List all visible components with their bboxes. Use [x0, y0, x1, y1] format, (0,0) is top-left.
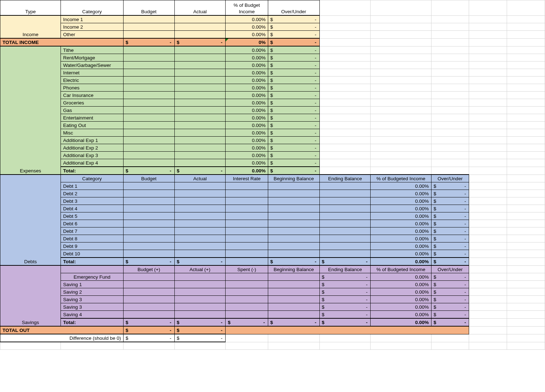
debt-pct[interactable]: 0.00%: [371, 242, 431, 250]
sav-budget[interactable]: [123, 288, 174, 296]
expense-pct[interactable]: 0.00%: [226, 107, 268, 114]
empty-cell[interactable]: [431, 54, 469, 62]
empty-cell[interactable]: [431, 144, 469, 152]
empty-cell[interactable]: [469, 235, 507, 242]
empty-cell[interactable]: [507, 212, 545, 220]
empty-cell[interactable]: [469, 190, 507, 197]
empty-cell[interactable]: [226, 342, 268, 350]
income-overunder[interactable]: $-: [268, 23, 319, 31]
money-cell[interactable]: $-: [174, 326, 226, 334]
debt-interest[interactable]: [226, 235, 268, 242]
empty-cell[interactable]: [371, 15, 431, 23]
debt-hdr-pct[interactable]: % of Budgeted Income: [371, 175, 431, 182]
expense-actual[interactable]: [174, 129, 226, 137]
sav-category[interactable]: Saving 3: [61, 296, 124, 303]
empty-cell[interactable]: [469, 220, 507, 227]
empty-cell[interactable]: [469, 167, 507, 175]
empty-cell[interactable]: [507, 129, 545, 137]
empty-cell[interactable]: [319, 92, 371, 99]
expense-budget[interactable]: [123, 62, 174, 69]
debt-category[interactable]: Debt 10: [61, 250, 124, 258]
expense-budget[interactable]: [123, 84, 174, 92]
income-pct[interactable]: 0.00%: [226, 31, 268, 39]
empty-cell[interactable]: [507, 92, 545, 99]
sav-total-label[interactable]: Total:: [61, 318, 124, 326]
money-cell[interactable]: $-: [268, 152, 319, 159]
difference-label[interactable]: Difference (should be 0): [0, 334, 124, 342]
income-budget[interactable]: [123, 31, 174, 39]
empty-cell[interactable]: [507, 318, 545, 326]
empty-cell[interactable]: [469, 296, 507, 303]
debt-budget[interactable]: [123, 212, 174, 220]
income-actual[interactable]: [174, 15, 226, 23]
col-overunder[interactable]: Over/Under: [268, 0, 319, 16]
expense-pct[interactable]: 0.00%: [226, 92, 268, 99]
money-cell[interactable]: $-: [268, 159, 319, 167]
empty-cell[interactable]: [431, 334, 469, 342]
sav-category[interactable]: Saving 1: [61, 281, 124, 288]
sav-spent[interactable]: [226, 311, 268, 319]
empty-cell[interactable]: [507, 235, 545, 242]
sav-begin[interactable]: [268, 288, 319, 296]
money-cell[interactable]: $-: [174, 318, 226, 326]
debt-category[interactable]: Debt 6: [61, 220, 124, 227]
empty-cell[interactable]: [469, 77, 507, 84]
empty-cell[interactable]: [371, 114, 431, 122]
income-category[interactable]: Income 1: [61, 15, 124, 23]
empty-cell[interactable]: [507, 273, 545, 281]
money-cell[interactable]: $-: [268, 258, 319, 265]
debt-end[interactable]: [319, 205, 371, 212]
expense-category[interactable]: Eating Out: [61, 122, 124, 129]
income-overunder[interactable]: $-: [268, 31, 319, 39]
empty-cell[interactable]: [507, 144, 545, 152]
expense-pct[interactable]: 0.00%: [226, 62, 268, 69]
empty-cell[interactable]: [431, 84, 469, 92]
debt-hdr-interest[interactable]: Interest Rate: [226, 175, 268, 182]
empty-cell[interactable]: [507, 84, 545, 92]
money-cell[interactable]: $-: [319, 258, 371, 265]
empty-cell[interactable]: [469, 281, 507, 288]
sav-spent[interactable]: [226, 296, 268, 303]
sav-hdr-pct[interactable]: % of Budgeted Income: [371, 265, 431, 273]
empty-cell[interactable]: [469, 273, 507, 281]
col-type[interactable]: Type: [0, 0, 61, 16]
empty-cell[interactable]: [507, 69, 545, 77]
empty-cell[interactable]: [0, 342, 61, 350]
expense-actual[interactable]: [174, 122, 226, 129]
empty-cell[interactable]: [469, 0, 507, 16]
total-out-label[interactable]: TOTAL OUT: [0, 326, 124, 334]
income-actual[interactable]: [174, 31, 226, 39]
empty-cell[interactable]: [469, 23, 507, 31]
debt-interest[interactable]: [226, 197, 268, 205]
col-category[interactable]: Category: [61, 0, 124, 16]
empty-cell[interactable]: [371, 107, 431, 114]
debt-total-label[interactable]: Total:: [61, 258, 124, 265]
empty-cell[interactable]: [431, 114, 469, 122]
debt-begin[interactable]: [268, 227, 319, 235]
debt-interest[interactable]: [226, 242, 268, 250]
sav-pct[interactable]: 0.00%: [371, 303, 431, 311]
empty-cell[interactable]: [319, 0, 371, 16]
sav-budget[interactable]: [123, 296, 174, 303]
empty-cell[interactable]: [431, 159, 469, 167]
sav-blank[interactable]: [61, 265, 124, 273]
empty-cell[interactable]: [507, 296, 545, 303]
expense-budget[interactable]: [123, 54, 174, 62]
money-cell[interactable]: $-: [123, 258, 174, 265]
debt-actual[interactable]: [174, 235, 226, 242]
income-budget[interactable]: [123, 15, 174, 23]
debt-end[interactable]: [319, 250, 371, 258]
sav-category[interactable]: Saving 2: [61, 288, 124, 296]
debt-actual[interactable]: [174, 220, 226, 227]
debt-begin[interactable]: [268, 197, 319, 205]
empty-cell[interactable]: [507, 281, 545, 288]
sav-pct[interactable]: 0.00%: [371, 273, 431, 281]
money-cell[interactable]: $-: [319, 281, 371, 288]
money-cell[interactable]: $-: [319, 288, 371, 296]
money-cell[interactable]: $-: [431, 182, 469, 190]
empty-cell[interactable]: [319, 114, 371, 122]
empty-cell[interactable]: [431, 31, 469, 39]
money-cell[interactable]: $-: [268, 137, 319, 144]
money-cell[interactable]: $-: [431, 281, 469, 288]
empty-cell[interactable]: [371, 54, 431, 62]
